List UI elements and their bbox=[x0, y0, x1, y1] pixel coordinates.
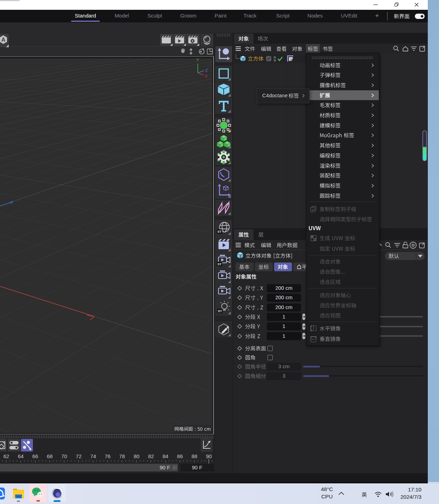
svg-text:ST: ST bbox=[218, 309, 222, 313]
svg-text:ST: ST bbox=[217, 230, 222, 233]
svg-text:X: X bbox=[205, 74, 208, 78]
svg-text:Y: Y bbox=[196, 58, 199, 62]
svg-text:A: A bbox=[1, 37, 6, 43]
svg-text:Z: Z bbox=[205, 68, 208, 72]
svg-text:ST: ST bbox=[217, 262, 222, 266]
